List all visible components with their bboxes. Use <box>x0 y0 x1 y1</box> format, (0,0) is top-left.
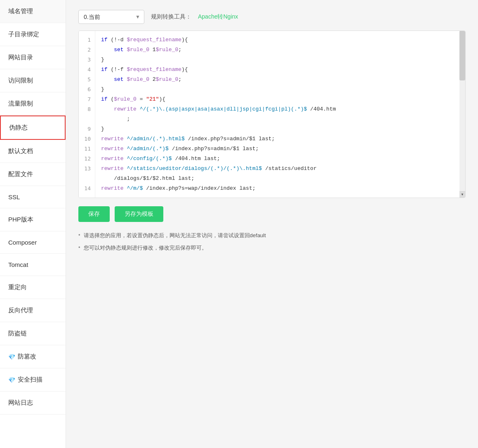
sidebar-item-11[interactable]: Tomcat <box>0 254 66 276</box>
sidebar-item-label-17: 网站日志 <box>8 399 33 407</box>
select-wrapper: 0.当前 default ▼ <box>78 10 144 24</box>
btn-row: 保存 另存为模板 <box>78 206 466 222</box>
sidebar-item-3[interactable]: 访问限制 <box>0 69 66 92</box>
scrollbar-thumb[interactable] <box>459 31 465 80</box>
sidebar-item-label-2: 网站目录 <box>8 54 33 61</box>
ln-6: 6 <box>79 85 95 94</box>
code-line-3: } <box>101 55 459 65</box>
code-line-10: rewrite ^/admin/(.*).html$ /index.php?s=… <box>101 134 459 144</box>
sidebar-item-label-11: Tomcat <box>8 261 28 268</box>
code-line-9: } <box>101 124 459 134</box>
scrollbar-track[interactable]: ▲ ▼ <box>459 31 465 198</box>
note-dot-1: • <box>78 232 80 238</box>
sidebar-item-label-12: 重定向 <box>8 283 27 291</box>
sidebar-item-label-16: 安全扫描 <box>18 376 42 384</box>
code-line-5: set $rule_0 2$rule_0; <box>101 75 459 85</box>
note-text-1: 请选择您的应用，若设置伪静态后，网站无法正常访问，请尝试设置回default <box>84 232 266 239</box>
gem-icon: 💎 <box>8 377 15 383</box>
sidebar-item-label-8: SSL <box>8 193 20 200</box>
ln-2: 2 <box>79 45 95 55</box>
note-dot-2: • <box>78 244 80 250</box>
ln-9: 9 <box>79 124 95 134</box>
main-content: 0.当前 default ▼ 规则转换工具： Apache转Nginx 1 2 … <box>66 0 478 448</box>
code-line-13: rewrite ^/statics/ueditor/dialogs/(.*)/(… <box>101 164 459 174</box>
template-select[interactable]: 0.当前 default <box>78 10 144 24</box>
sidebar-item-16[interactable]: 💎安全扫描 <box>0 368 66 391</box>
ln-8b <box>79 114 95 124</box>
sidebar-item-label-4: 流量限制 <box>8 100 33 108</box>
code-line-8b: ; <box>101 114 459 124</box>
code-line-1: if (!-d $request_filename){ <box>101 35 459 45</box>
sidebar-item-5[interactable]: 伪静态 <box>0 116 66 140</box>
ln-11: 11 <box>79 144 95 154</box>
scroll-down-icon[interactable]: ▼ <box>459 191 465 198</box>
code-editor: 1 2 3 4 5 6 7 8 9 10 11 12 13 14 if (!-d… <box>78 31 466 198</box>
code-line-7: if ($rule_0 = "21"){ <box>101 94 459 104</box>
code-line-2: set $rule_0 1$rule_0; <box>101 45 459 55</box>
sidebar-item-0[interactable]: 域名管理 <box>0 0 66 23</box>
code-line-8: rewrite ^/(.*)\.(asp|aspx|asa|asax|dll|j… <box>101 104 459 114</box>
gem-icon: 💎 <box>8 354 15 360</box>
sidebar-item-label-14: 防盗链 <box>8 330 27 337</box>
ln-1: 1 <box>79 35 95 45</box>
sidebar-item-label-6: 默认文档 <box>8 147 33 155</box>
sidebar-item-9[interactable]: PHP版本 <box>0 208 66 231</box>
sidebar-item-1[interactable]: 子目录绑定 <box>0 23 66 46</box>
code-line-6: } <box>101 85 459 94</box>
notes-section: • 请选择您的应用，若设置伪静态后，网站无法正常访问，请尝试设置回default… <box>78 232 466 252</box>
sidebar-item-4[interactable]: 流量限制 <box>0 92 66 116</box>
save-button[interactable]: 保存 <box>78 206 110 222</box>
line-numbers: 1 2 3 4 5 6 7 8 9 10 11 12 13 14 <box>79 31 95 198</box>
sidebar-item-label-3: 访问限制 <box>8 77 33 85</box>
save-as-template-button[interactable]: 另存为模板 <box>115 206 163 222</box>
ln-7: 7 <box>79 94 95 104</box>
ln-3: 3 <box>79 55 95 65</box>
sidebar-item-label-9: PHP版本 <box>8 216 33 224</box>
sidebar-item-label-0: 域名管理 <box>8 7 33 15</box>
ln-5: 5 <box>79 75 95 85</box>
code-line-13b: /dialogs/$1/$2.html last; <box>101 174 459 184</box>
sidebar-item-14[interactable]: 防盗链 <box>0 322 66 345</box>
sidebar-item-label-7: 配置文件 <box>8 170 33 178</box>
ln-14: 14 <box>79 184 95 193</box>
code-line-12: rewrite ^/config/(.*)$ /404.htm last; <box>101 154 459 164</box>
ln-12: 12 <box>79 154 95 164</box>
sidebar-item-2[interactable]: 网站目录 <box>0 46 66 69</box>
sidebar-item-17[interactable]: 网站日志 <box>0 391 66 415</box>
ln-10: 10 <box>79 134 95 144</box>
sidebar-item-label-5: 伪静态 <box>9 124 28 132</box>
note-item-2: • 您可以对伪静态规则进行修改，修改完后保存即可。 <box>78 244 466 252</box>
sidebar-item-13[interactable]: 反向代理 <box>0 299 66 322</box>
sidebar-item-15[interactable]: 💎防篡改 <box>0 345 66 368</box>
code-line-4: if (!-f $request_filename){ <box>101 65 459 75</box>
note-text-2: 您可以对伪静态规则进行修改，修改完后保存即可。 <box>84 244 207 252</box>
ln-13b <box>79 174 95 184</box>
ln-13: 13 <box>79 164 95 174</box>
top-bar: 0.当前 default ▼ 规则转换工具： Apache转Nginx <box>78 10 466 24</box>
ln-4: 4 <box>79 65 95 75</box>
sidebar: 域名管理子目录绑定网站目录访问限制流量限制伪静态默认文档配置文件SSLPHP版本… <box>0 0 66 448</box>
sidebar-item-6[interactable]: 默认文档 <box>0 140 66 163</box>
sidebar-item-12[interactable]: 重定向 <box>0 276 66 299</box>
sidebar-item-8[interactable]: SSL <box>0 186 66 208</box>
sidebar-item-label-13: 反向代理 <box>8 307 33 314</box>
sidebar-item-label-15: 防篡改 <box>18 353 36 361</box>
code-inner: 1 2 3 4 5 6 7 8 9 10 11 12 13 14 if (!-d… <box>79 31 465 198</box>
code-line-11: rewrite ^/admin/(.*)$ /index.php?s=admin… <box>101 144 459 154</box>
code-content[interactable]: if (!-d $request_filename){ set $rule_0 … <box>95 31 465 198</box>
sidebar-item-7[interactable]: 配置文件 <box>0 163 66 186</box>
ln-8: 8 <box>79 104 95 114</box>
note-item-1: • 请选择您的应用，若设置伪静态后，网站无法正常访问，请尝试设置回default <box>78 232 466 239</box>
code-line-14: rewrite ^/m/$ /index.php?s=wap/index/ind… <box>101 184 459 193</box>
sidebar-item-label-1: 子目录绑定 <box>8 31 39 38</box>
sidebar-item-label-10: Composer <box>8 239 37 246</box>
rule-convert-link[interactable]: Apache转Nginx <box>198 13 238 21</box>
rule-convert-label: 规则转换工具： <box>151 13 191 21</box>
sidebar-item-10[interactable]: Composer <box>0 231 66 254</box>
